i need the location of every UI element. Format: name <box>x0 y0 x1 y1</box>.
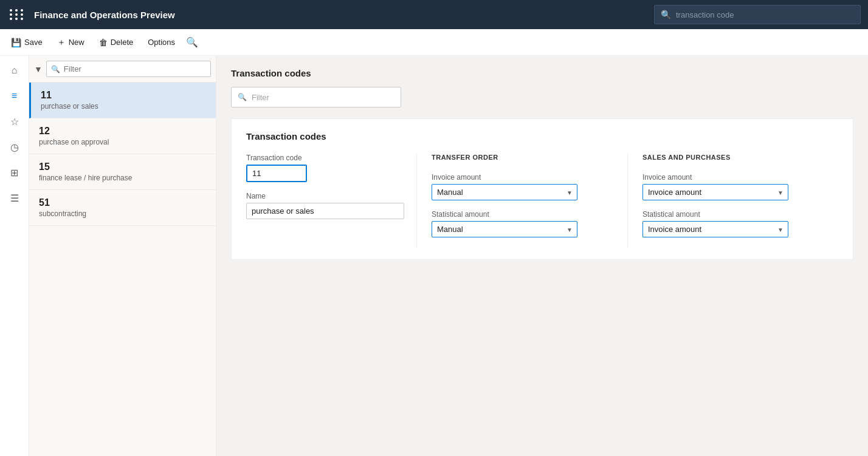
options-button[interactable]: Options <box>142 34 181 50</box>
list-filter-icon: 🔍 <box>51 65 60 73</box>
command-search-icon[interactable]: 🔍 <box>186 36 198 48</box>
name-group: Name <box>246 192 402 219</box>
sales-statistical-amount-group: Statistical amount Manual Invoice amount… <box>642 210 824 237</box>
global-search: 🔍 <box>654 5 861 24</box>
form-grid: Transaction code Name Transfer order Inv… <box>246 154 838 247</box>
transfer-invoice-amount-select-wrapper: Manual Invoice amount Zero amount ▼ <box>432 184 577 200</box>
command-bar: 💾 Save ＋ New 🗑 Delete Options 🔍 <box>0 29 868 56</box>
sales-invoice-amount-select-wrapper: Manual Invoice amount Zero amount ▼ <box>642 184 788 200</box>
form-card: Transaction codes Transaction code Name … <box>231 118 853 260</box>
search-icon: 🔍 <box>661 10 671 19</box>
transfer-statistical-amount-select[interactable]: Manual Invoice amount Zero amount <box>432 221 577 237</box>
sales-invoice-amount-label: Invoice amount <box>642 173 824 182</box>
list-item-name: subcontracting <box>39 209 206 218</box>
list-item[interactable]: 15 finance lease / hire purchase <box>29 154 216 190</box>
sidebar-item-recent[interactable]: ◷ <box>2 135 27 159</box>
save-icon: 💾 <box>11 38 21 47</box>
form-col-basic: Transaction code Name <box>246 154 416 247</box>
list-item[interactable]: 51 subcontracting <box>29 190 216 226</box>
transfer-invoice-amount-group: Invoice amount Manual Invoice amount Zer… <box>432 173 613 200</box>
filter-icon[interactable]: ▼ <box>34 64 43 74</box>
sidebar-item-favorites[interactable]: ☆ <box>2 109 27 134</box>
transaction-code-input[interactable] <box>246 165 307 182</box>
list-panel: ▼ 🔍 11 purchase or sales 12 purchase on … <box>29 56 216 456</box>
new-button[interactable]: ＋ New <box>51 33 91 52</box>
content-filter-bar: 🔍 <box>231 87 401 107</box>
name-label: Name <box>246 192 402 200</box>
list-filter-wrapper: 🔍 <box>46 61 211 77</box>
top-bar: Finance and Operations Preview 🔍 <box>0 0 868 29</box>
content-filter-icon: 🔍 <box>238 93 247 101</box>
transfer-statistical-amount-group: Statistical amount Manual Invoice amount… <box>432 210 613 237</box>
global-search-input[interactable] <box>676 10 854 19</box>
sales-statistical-amount-select-wrapper: Manual Invoice amount Zero amount ▼ <box>642 221 788 237</box>
list-item-code: 12 <box>39 126 206 137</box>
content-panel: Transaction codes 🔍 Transaction codes Tr… <box>216 56 868 456</box>
add-icon: ＋ <box>57 37 66 48</box>
list-panel-header: ▼ 🔍 <box>29 56 216 83</box>
delete-button[interactable]: 🗑 Delete <box>93 34 140 51</box>
list-item-code: 15 <box>39 162 206 172</box>
list-item-name: finance lease / hire purchase <box>39 174 206 182</box>
app-title: Finance and Operations Preview <box>34 10 647 20</box>
delete-icon: 🗑 <box>99 38 108 47</box>
sidebar-item-list[interactable]: ☰ <box>2 186 27 210</box>
app-menu-button[interactable] <box>7 7 27 22</box>
list-item[interactable]: 12 purchase on approval <box>29 118 216 154</box>
list-item-code: 51 <box>39 197 206 208</box>
form-card-title: Transaction codes <box>246 131 838 141</box>
transfer-statistical-amount-label: Statistical amount <box>432 210 613 219</box>
sales-invoice-amount-group: Invoice amount Manual Invoice amount Zer… <box>642 173 824 200</box>
list-item[interactable]: 11 purchase or sales <box>29 83 216 118</box>
sales-statistical-amount-select[interactable]: Manual Invoice amount Zero amount <box>642 221 788 237</box>
list-item-code: 11 <box>41 90 206 101</box>
transaction-code-group: Transaction code <box>246 154 402 182</box>
form-col-transfer: Transfer order Invoice amount Manual Inv… <box>416 154 627 247</box>
sidebar-item-filter[interactable]: ≡ <box>2 84 27 108</box>
sidebar-item-workspaces[interactable]: ⊞ <box>2 160 27 185</box>
sales-statistical-amount-label: Statistical amount <box>642 210 824 219</box>
form-col-sales: Sales and purchases Invoice amount Manua… <box>627 154 838 247</box>
sales-purchases-heading: Sales and purchases <box>642 154 824 165</box>
main-layout: ⌂ ≡ ☆ ◷ ⊞ ☰ ▼ 🔍 11 purchase or sales 12 … <box>0 56 868 456</box>
save-button[interactable]: 💾 Save <box>5 34 49 51</box>
transfer-invoice-amount-label: Invoice amount <box>432 173 613 182</box>
transaction-code-label: Transaction code <box>246 154 402 162</box>
sales-invoice-amount-select[interactable]: Manual Invoice amount Zero amount <box>642 184 788 200</box>
list-filter-input[interactable] <box>46 61 211 77</box>
transfer-order-heading: Transfer order <box>432 154 613 165</box>
transfer-statistical-amount-select-wrapper: Manual Invoice amount Zero amount ▼ <box>432 221 577 237</box>
content-filter-input[interactable] <box>252 93 394 102</box>
page-title: Transaction codes <box>231 68 853 78</box>
list-item-name: purchase on approval <box>39 138 206 146</box>
list-items: 11 purchase or sales 12 purchase on appr… <box>29 83 216 456</box>
name-input[interactable] <box>246 203 404 219</box>
sidebar-item-home[interactable]: ⌂ <box>2 58 27 83</box>
sidebar-icons: ⌂ ≡ ☆ ◷ ⊞ ☰ <box>0 56 29 456</box>
list-item-name: purchase or sales <box>41 102 206 111</box>
transfer-invoice-amount-select[interactable]: Manual Invoice amount Zero amount <box>432 184 577 200</box>
